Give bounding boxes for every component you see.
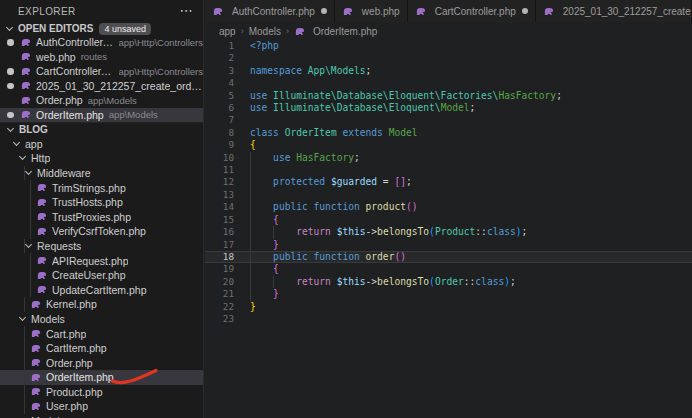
code-line[interactable]: 3namespace App\Models; — [205, 65, 692, 77]
tree-item[interactable]: CartItem.php — [0, 341, 203, 356]
open-editor-filename: web.php — [36, 51, 76, 63]
open-editor-item[interactable]: web.phproutes — [0, 50, 203, 65]
open-editors-section-header[interactable]: OPEN EDITORS 4 unsaved — [0, 22, 203, 35]
indent-guide — [24, 326, 25, 341]
dirty-indicator[interactable] — [7, 112, 20, 119]
code-line[interactable]: 20 return $this->belongsTo(Order::class)… — [205, 276, 692, 288]
breadcrumb-item[interactable]: Models — [249, 26, 281, 37]
code-line[interactable]: 12 protected $guarded = []; — [205, 176, 692, 188]
tree-item[interactable]: APIRequest.php — [0, 253, 203, 268]
code-line[interactable]: 2 — [205, 52, 692, 64]
breadcrumb-item[interactable]: app — [219, 26, 236, 37]
explorer-header: EXPLORER ⋯ — [0, 0, 203, 22]
tree-item-label: Kernel.php — [46, 298, 97, 310]
tree-item[interactable]: User.php — [0, 399, 203, 414]
code-line-content: return $this->belongsTo(Product::class); — [239, 226, 692, 238]
dirty-dot-icon[interactable] — [321, 8, 327, 14]
dirty-indicator[interactable] — [7, 39, 20, 46]
line-number: 13 — [205, 189, 239, 201]
tree-item[interactable]: Models copy — [0, 414, 203, 418]
open-editor-item[interactable]: Order.phpapp\Models — [0, 93, 203, 108]
code-line[interactable]: 19 { — [205, 263, 692, 275]
code-line[interactable]: 1<?php — [205, 40, 692, 52]
editor-tab[interactable]: 2025_01_30_212257_create_orders_and_orde — [536, 0, 692, 22]
tree-item[interactable]: Middleware — [0, 166, 203, 181]
code-editor[interactable]: 1<?php23namespace App\Models;45use Illum… — [205, 40, 692, 325]
code-line-content: use HasFactory; — [239, 152, 692, 164]
folder-section-header[interactable]: BLOG — [0, 122, 203, 137]
dirty-indicator[interactable] — [7, 83, 20, 90]
tree-item[interactable]: Cart.php — [0, 326, 203, 341]
code-line[interactable]: 7 — [205, 114, 692, 126]
more-actions-icon[interactable]: ⋯ — [180, 6, 193, 16]
tree-item[interactable]: OrderItem.php — [0, 370, 203, 385]
code-line[interactable]: 11 — [205, 164, 692, 176]
open-editor-filename: AuthController.php — [36, 36, 114, 48]
code-line[interactable]: 22} — [205, 301, 692, 313]
code-line[interactable]: 17 } — [205, 239, 692, 251]
tree-item-label: Requests — [37, 240, 81, 252]
dirty-indicator[interactable] — [7, 68, 20, 75]
breadcrumb-item[interactable]: OrderItem.php — [294, 26, 377, 37]
tree-item-label: OrderItem.php — [46, 371, 114, 383]
tree-item[interactable]: CreateUser.php — [0, 268, 203, 283]
open-editor-item[interactable]: 2025_01_30_212257_create_orders_and_... — [0, 79, 203, 94]
code-line[interactable]: 4 — [205, 77, 692, 89]
tree-item[interactable]: Kernel.php — [0, 297, 203, 312]
php-icon — [30, 386, 42, 397]
tree-item[interactable]: VerifyCsrfToken.php — [0, 224, 203, 239]
tree-item[interactable]: UpdateCartItem.php — [0, 282, 203, 297]
tree-item[interactable]: TrimStrings.php — [0, 180, 203, 195]
breadcrumb-separator-icon: › — [241, 26, 244, 36]
code-line[interactable]: 23 — [205, 313, 692, 325]
open-editor-path: app\Models — [88, 95, 137, 106]
tree-item[interactable]: Product.php — [0, 385, 203, 400]
tree-item[interactable]: TrustHosts.php — [0, 195, 203, 210]
code-line-content: } — [239, 301, 692, 313]
php-icon — [30, 299, 42, 310]
editor-tab[interactable]: AuthController.php — [205, 0, 335, 22]
tree-item[interactable]: Http — [0, 151, 203, 166]
tree-item[interactable]: TrustProxies.php — [0, 209, 203, 224]
code-line[interactable]: 14 public function product() — [205, 201, 692, 213]
php-icon — [20, 109, 32, 120]
code-line[interactable]: 5use Illuminate\Database\Eloquent\Factor… — [205, 90, 692, 102]
tree-item[interactable]: app — [0, 137, 203, 152]
line-number: 8 — [205, 127, 239, 139]
code-line[interactable]: 8class OrderItem extends Model — [205, 127, 692, 139]
code-line[interactable]: 16 return $this->belongsTo(Product::clas… — [205, 226, 692, 238]
code-line[interactable]: 9{ — [205, 139, 692, 151]
tree-item-label: VerifyCsrfToken.php — [52, 225, 146, 237]
php-icon — [36, 255, 48, 266]
php-icon — [30, 328, 42, 339]
tree-item[interactable]: Models — [0, 312, 203, 327]
indent-guide — [24, 355, 25, 370]
open-editor-item[interactable]: OrderItem.phpapp\Models — [0, 108, 203, 123]
php-icon — [36, 182, 48, 193]
open-editor-item[interactable]: AuthController.phpapp\Http\Controllers — [0, 35, 203, 50]
editor-area: AuthController.phpweb.phpCartController.… — [205, 0, 692, 418]
file-tree: appHttpMiddlewareTrimStrings.phpTrustHos… — [0, 137, 203, 418]
code-line[interactable]: 18 public function order() — [205, 251, 692, 263]
tree-item[interactable]: Requests — [0, 239, 203, 254]
code-line-content — [239, 189, 692, 201]
editor-tab[interactable]: web.php — [335, 0, 408, 22]
editor-tab[interactable]: CartController.php — [408, 0, 536, 22]
code-line[interactable]: 15 { — [205, 214, 692, 226]
tree-item[interactable]: Order.php — [0, 355, 203, 370]
code-line[interactable]: 6use Illuminate\Database\Eloquent\Model; — [205, 102, 692, 114]
line-number: 18 — [205, 251, 239, 263]
code-line[interactable]: 13 — [205, 189, 692, 201]
indent-guide — [30, 209, 31, 224]
line-number: 11 — [205, 164, 239, 176]
open-editor-item[interactable]: CartController.phpapp\Http\Controllers — [0, 64, 203, 79]
tree-item-label: CreateUser.php — [52, 269, 126, 281]
dirty-dot-icon[interactable] — [522, 8, 528, 14]
code-line[interactable]: 10 use HasFactory; — [205, 152, 692, 164]
dirty-dot-icon — [7, 39, 14, 46]
indent-guide — [24, 370, 25, 385]
code-line[interactable]: 21 } — [205, 288, 692, 300]
indent-guide — [30, 253, 31, 268]
chevron-down-icon — [13, 139, 20, 146]
tree-item-label: TrustHosts.php — [52, 196, 123, 208]
